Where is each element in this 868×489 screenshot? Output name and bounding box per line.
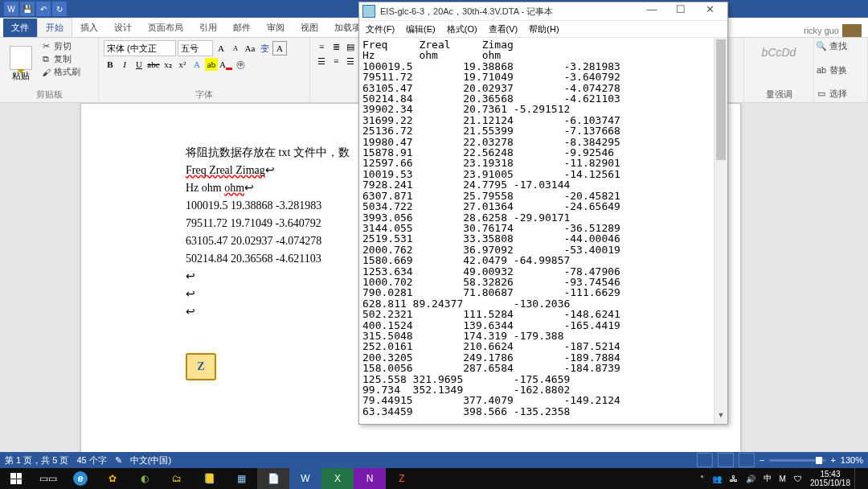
zoom-in-button[interactable]: + <box>830 455 835 465</box>
menu-file[interactable]: 文件(F) <box>362 23 398 36</box>
view-web-icon[interactable] <box>739 453 755 467</box>
tray-people-icon[interactable]: 👥 <box>708 468 726 489</box>
notepad-titlebar[interactable]: EIS-glc-6-3，20Ac，30th-4.3V.DTA - 记事本 — ☐… <box>359 2 727 21</box>
onenote-taskbar-icon[interactable]: N <box>354 468 386 489</box>
proofing-icon[interactable]: ✎ <box>115 455 122 466</box>
tray-volume-icon[interactable]: 🔊 <box>742 468 760 489</box>
tab-layout[interactable]: 页面布局 <box>140 18 191 37</box>
view-read-icon[interactable] <box>697 453 713 467</box>
tray-network-icon[interactable]: 🖧 <box>726 468 742 489</box>
text-effects-icon[interactable]: A <box>190 58 203 71</box>
tray-ime[interactable]: 中 <box>760 468 776 489</box>
page-count[interactable]: 第 1 页，共 5 页 <box>5 454 68 466</box>
bullets-icon[interactable]: ≡ <box>315 40 328 53</box>
undo-icon[interactable]: ↶ <box>36 2 51 16</box>
highlight-color-icon[interactable]: ab <box>205 58 218 71</box>
scrollbar[interactable]: ▲ ▼ <box>714 38 727 424</box>
menu-edit[interactable]: 编辑(E) <box>403 23 439 36</box>
explorer-icon[interactable]: 🗂 <box>161 468 193 489</box>
calculator-icon[interactable]: ▦ <box>225 468 257 489</box>
system-tray: ˄ 👥 🖧 🔊 中 M 🛡 15:43 2015/10/18 <box>696 468 868 489</box>
tab-references[interactable]: 引用 <box>191 18 225 37</box>
scroll-thumb[interactable] <box>716 39 726 160</box>
group-clipboard: 粘贴 ✂剪切 ⧉复制 🖌格式刷 剪贴板 <box>0 38 99 102</box>
replace-button[interactable]: ab替换 <box>816 64 866 76</box>
user-area[interactable]: ricky guo <box>804 24 868 37</box>
tray-up-icon[interactable]: ˄ <box>696 468 708 489</box>
group-label-font: 字体 <box>104 88 305 101</box>
tray-shield-icon[interactable]: 🛡 <box>790 468 806 489</box>
notepad-textarea[interactable]: Freq Zreal Zimag Hz ohm ohm 100019.5 19.… <box>359 38 727 418</box>
group-styles-hint: bCcDd 量强调 <box>743 38 814 102</box>
font-color-icon[interactable]: A <box>219 58 232 71</box>
app-icon-1[interactable]: ✿ <box>96 468 129 489</box>
align-left-icon[interactable]: ☰ <box>315 55 328 68</box>
tab-file[interactable]: 文件 <box>3 18 37 37</box>
numbering-icon[interactable]: ≣ <box>330 40 342 53</box>
view-print-icon[interactable] <box>718 453 734 467</box>
multilevel-icon[interactable]: ▤ <box>344 40 357 53</box>
minimize-button[interactable]: — <box>637 3 666 19</box>
word-app-icon[interactable]: W <box>4 2 18 16</box>
show-desktop-button[interactable] <box>854 468 868 489</box>
shrink-font-icon[interactable]: A <box>229 42 242 55</box>
tab-design[interactable]: 设计 <box>106 18 140 37</box>
tab-insert[interactable]: 插入 <box>72 18 106 37</box>
copy-button[interactable]: ⧉复制 <box>40 53 80 65</box>
ie-icon[interactable]: e <box>64 468 96 489</box>
grow-font-icon[interactable]: A <box>215 42 227 55</box>
tray-keyboard-icon[interactable]: M <box>776 468 790 489</box>
align-center-icon[interactable]: ≡ <box>330 55 342 68</box>
scroll-down-icon[interactable]: ▼ <box>714 411 727 424</box>
redo-icon[interactable]: ↻ <box>52 2 67 16</box>
clock[interactable]: 15:43 2015/10/18 <box>806 468 854 489</box>
save-icon[interactable]: 💾 <box>20 2 35 16</box>
close-button[interactable]: ✕ <box>695 3 724 19</box>
superscript-button[interactable]: x² <box>176 58 189 71</box>
format-painter-button[interactable]: 🖌格式刷 <box>40 66 80 78</box>
tab-mailings[interactable]: 邮件 <box>225 18 259 37</box>
underline-button[interactable]: U <box>133 58 145 71</box>
menu-format[interactable]: 格式(O) <box>444 23 481 36</box>
excel-taskbar-icon[interactable]: X <box>321 468 354 489</box>
zoom-level[interactable]: 130% <box>841 455 863 465</box>
taskview-icon[interactable]: ▭▭ <box>32 468 64 489</box>
tab-review[interactable]: 审阅 <box>259 18 293 37</box>
change-case-icon[interactable]: Aa <box>244 42 256 55</box>
zoom-slider[interactable] <box>769 459 825 462</box>
user-name: ricky guo <box>804 26 839 35</box>
paste-button[interactable]: 粘贴 <box>5 39 37 88</box>
select-button[interactable]: ▭选择 <box>816 88 866 100</box>
clear-format-icon[interactable]: A <box>272 41 287 55</box>
find-button[interactable]: 🔍查找 <box>816 40 866 52</box>
bold-button[interactable]: B <box>104 58 117 71</box>
align-right-icon[interactable]: ☰ <box>344 55 357 68</box>
app-icon-2[interactable]: ◐ <box>129 468 161 489</box>
tab-home[interactable]: 开始 <box>37 18 72 37</box>
zip-file-icon[interactable]: Z <box>186 353 216 380</box>
subscript-button[interactable]: x₂ <box>162 58 174 71</box>
start-button[interactable] <box>0 468 32 489</box>
font-size-select[interactable]: 五号 <box>178 40 213 56</box>
strike-button[interactable]: abc <box>147 58 160 71</box>
language-status[interactable]: 中文(中国) <box>130 454 171 466</box>
zoom-out-button[interactable]: − <box>760 455 764 465</box>
menu-help[interactable]: 帮助(H) <box>526 23 562 36</box>
word-taskbar-icon[interactable]: W <box>289 468 321 489</box>
group-font: 宋体 (中文正 五号 A A Aa 变 A B I U abc x₂ x² A … <box>99 38 310 102</box>
enclose-char-icon[interactable]: ㊥ <box>234 58 247 71</box>
word-count[interactable]: 45 个字 <box>76 454 106 466</box>
cut-button[interactable]: ✂剪切 <box>40 40 80 52</box>
menu-view[interactable]: 查看(V) <box>485 23 522 36</box>
app-icon-4[interactable]: Z <box>386 468 418 489</box>
tab-view[interactable]: 视图 <box>293 18 326 37</box>
notepad-window: EIS-glc-6-3，20Ac，30th-4.3V.DTA - 记事本 — ☐… <box>358 2 728 425</box>
notepad-taskbar-icon[interactable]: 📄 <box>257 468 289 489</box>
group-label-clipboard: 剪贴板 <box>5 88 93 101</box>
font-name-select[interactable]: 宋体 (中文正 <box>104 40 176 56</box>
maximize-button[interactable]: ☐ <box>666 3 695 19</box>
app-icon-3[interactable]: 📒 <box>193 468 225 489</box>
notepad-menubar: 文件(F) 编辑(E) 格式(O) 查看(V) 帮助(H) <box>359 21 727 38</box>
italic-button[interactable]: I <box>118 58 131 71</box>
pinyin-icon[interactable]: 变 <box>258 42 271 55</box>
